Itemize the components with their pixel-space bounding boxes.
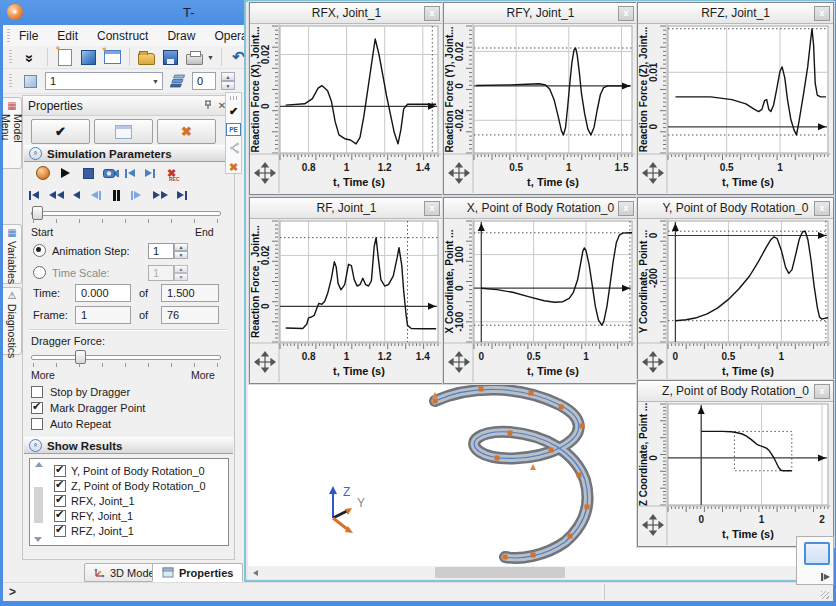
scroll-left-icon[interactable] <box>248 566 263 579</box>
toolbar-grip <box>9 74 12 88</box>
step-forward-button[interactable] <box>131 187 141 203</box>
apply-button[interactable]: ✔ <box>31 119 90 144</box>
svg-text:Reaction Force , Joint...: Reaction Force , Joint... <box>250 225 261 338</box>
stop-button[interactable] <box>83 165 94 181</box>
menu-edit[interactable]: Edit <box>57 29 78 43</box>
toolbar-grip[interactable] <box>230 96 238 100</box>
chart-window-titlebar[interactable]: RFX, Joint_1x <box>250 3 443 24</box>
scroll-down-icon[interactable] <box>34 537 42 542</box>
time-total-field[interactable]: 1.500 <box>161 284 219 302</box>
print-icon[interactable] <box>185 48 204 67</box>
end-label: End <box>195 226 214 238</box>
resize-grip[interactable] <box>821 591 829 599</box>
cancel-icon[interactable]: ✖ <box>229 162 238 173</box>
chart-window-yrot: Y, Point of Body Rotation_0x00.51-2000Y … <box>637 197 834 384</box>
result-item[interactable]: Y, Point of Body Rotation_0 <box>52 463 226 478</box>
dragger-force-slider[interactable] <box>31 350 221 362</box>
horizontal-scrollbar[interactable] <box>248 566 818 579</box>
save-document-icon[interactable] <box>161 48 180 67</box>
new-3d-model-icon[interactable] <box>79 48 98 67</box>
window-preview-widget[interactable]: ▶ <box>796 536 834 585</box>
cancel-button[interactable]: ✖ <box>157 119 216 144</box>
timeline-slider[interactable] <box>31 206 221 218</box>
scrollbar-thumb[interactable] <box>34 487 43 523</box>
layer-value[interactable]: 0 <box>192 72 216 90</box>
step-back-button[interactable] <box>91 187 101 203</box>
result-item[interactable]: RFZ, Joint_1 <box>52 523 226 538</box>
print-dropdown-icon[interactable]: ▼ <box>207 54 214 61</box>
animation-step-radio[interactable] <box>33 244 46 257</box>
playback-controls <box>23 187 234 205</box>
page-selector[interactable]: 1▼ <box>45 72 163 90</box>
expand-panels-icon[interactable]: » <box>21 48 40 67</box>
chart-close-button[interactable]: x <box>814 384 830 399</box>
chart-window-titlebar[interactable]: Y, Point of Body Rotation_0x <box>638 198 833 219</box>
tab-properties[interactable]: Properties <box>152 563 243 582</box>
expand-handle-icon[interactable]: ▶ <box>821 573 830 581</box>
skip-to-last-button[interactable] <box>177 187 187 203</box>
share-fork-icon[interactable] <box>228 142 240 156</box>
ok-icon[interactable]: ✔ <box>229 106 238 117</box>
record-button[interactable] <box>36 165 50 181</box>
property-editor-icon[interactable]: PE <box>226 123 241 136</box>
chart-close-button[interactable]: x <box>814 201 830 216</box>
sidebar-tab-variables[interactable]: ▦ Variables <box>3 224 22 284</box>
layer-stepper[interactable]: ▲▼ <box>221 72 235 90</box>
auto-repeat-checkbox[interactable] <box>31 418 43 430</box>
camera-button[interactable] <box>103 165 119 181</box>
chart-close-button[interactable]: x <box>814 6 830 21</box>
chart-close-button[interactable]: x <box>424 6 440 21</box>
svg-text:t, Time (s): t, Time (s) <box>333 365 385 377</box>
pin-icon[interactable] <box>201 100 215 112</box>
chart-window-titlebar[interactable]: Z, Point of Body Rotation_0x <box>638 381 833 402</box>
result-item[interactable]: RFX, Joint_1 <box>52 493 226 508</box>
section-simulation-parameters[interactable]: « Simulation Parameters <box>24 145 233 162</box>
menu-file[interactable]: File <box>19 29 38 43</box>
chart-window-titlebar[interactable]: RF, Joint_1x <box>250 198 443 219</box>
stop-by-dragger-checkbox[interactable] <box>31 386 43 398</box>
menu-construct[interactable]: Construct <box>97 29 148 43</box>
sidebar-tab-diagnostics[interactable]: ⚠ Diagnostics <box>3 287 22 355</box>
dragger-force-slider-thumb[interactable] <box>75 350 86 364</box>
pause-button[interactable] <box>113 187 120 203</box>
time-value-field[interactable]: 0.000 <box>75 284 131 302</box>
time-scale-radio[interactable] <box>33 266 46 279</box>
rewind-button[interactable] <box>49 187 64 203</box>
chart-window-titlebar[interactable]: X, Point of Body Rotation_0x <box>444 198 637 219</box>
chart-close-button[interactable]: x <box>618 201 634 216</box>
chart-window-title: Z, Point of Body Rotation_0 <box>662 384 809 398</box>
frame-total-field[interactable]: 76 <box>161 306 219 324</box>
section-show-results[interactable]: « Show Results <box>24 437 233 454</box>
previous-frame-button[interactable] <box>73 187 80 203</box>
new-document-icon[interactable] <box>55 48 74 67</box>
pages-icon <box>21 72 40 91</box>
new-drawing-window-icon[interactable] <box>103 48 122 67</box>
scrollbar-thumb[interactable] <box>435 567 565 578</box>
chart-window-titlebar[interactable]: RFY, Joint_1x <box>444 3 637 24</box>
timeline-slider-thumb[interactable] <box>32 206 43 220</box>
skip-to-first-button[interactable] <box>29 187 39 203</box>
menu-draw[interactable]: Draw <box>167 29 195 43</box>
chart-window-titlebar[interactable]: RFZ, Joint_1x <box>638 3 833 24</box>
open-document-icon[interactable] <box>137 48 156 67</box>
svg-text:1: 1 <box>759 514 765 525</box>
restore-window-icon[interactable] <box>804 542 830 565</box>
time-scale-stepper[interactable]: 1 ▲▼ <box>148 265 188 281</box>
mark-dragger-point-checkbox[interactable] <box>31 402 43 414</box>
go-to-end-button[interactable] <box>145 165 155 181</box>
command-prompt[interactable]: > <box>3 585 16 599</box>
results-scrollbar[interactable] <box>32 461 45 543</box>
properties-tab-icon <box>162 567 174 578</box>
preview-button[interactable] <box>94 119 153 144</box>
frame-value-field[interactable]: 1 <box>75 306 131 324</box>
chart-close-button[interactable]: x <box>424 201 440 216</box>
scroll-up-icon[interactable] <box>35 462 43 467</box>
animation-step-stepper[interactable]: 1 ▲▼ <box>148 243 188 259</box>
chart-close-button[interactable]: x <box>618 6 634 21</box>
sidebar-tab-model-menu[interactable]: ▦ Model Menu <box>3 97 22 169</box>
fast-forward-button[interactable] <box>153 187 168 203</box>
go-to-start-button[interactable] <box>125 165 135 181</box>
result-item[interactable]: RFY, Joint_1 <box>52 508 226 523</box>
play-button[interactable] <box>61 165 70 181</box>
result-item[interactable]: Z, Point of Body Rotation_0 <box>52 478 226 493</box>
